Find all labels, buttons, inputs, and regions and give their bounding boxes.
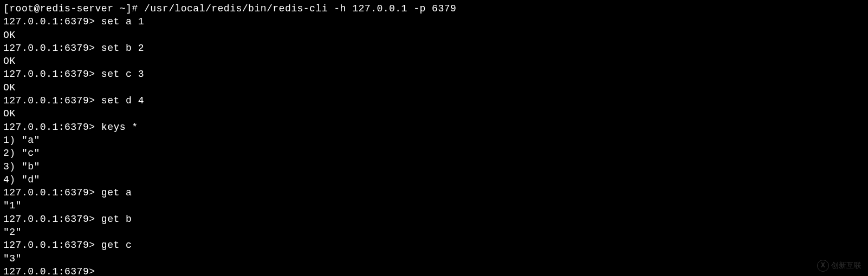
terminal-line: [root@redis-server ~]# /usr/local/redis/…	[3, 2, 865, 15]
terminal-line: 2) "c"	[3, 147, 865, 160]
terminal-line: "1"	[3, 199, 865, 212]
terminal-line: OK	[3, 55, 865, 68]
terminal-line: 4) "d"	[3, 173, 865, 186]
watermark-text: 创新互联	[831, 261, 861, 271]
terminal-line: 127.0.0.1:6379> keys *	[3, 121, 865, 134]
terminal-line: OK	[3, 81, 865, 94]
terminal-output[interactable]: [root@redis-server ~]# /usr/local/redis/…	[3, 2, 865, 276]
terminal-line: 127.0.0.1:6379> set c 3	[3, 68, 865, 81]
terminal-prompt[interactable]: 127.0.0.1:6379>	[3, 265, 865, 276]
terminal-line: "3"	[3, 252, 865, 265]
terminal-line: "2"	[3, 226, 865, 239]
terminal-line: 127.0.0.1:6379> set b 2	[3, 42, 865, 55]
terminal-line: 1) "a"	[3, 134, 865, 147]
terminal-line: 127.0.0.1:6379> get a	[3, 186, 865, 199]
terminal-line: 127.0.0.1:6379> get b	[3, 213, 865, 226]
terminal-line: 127.0.0.1:6379> set d 4	[3, 94, 865, 107]
terminal-line: OK	[3, 29, 865, 42]
watermark: X 创新互联	[817, 260, 861, 272]
terminal-line: 127.0.0.1:6379> set a 1	[3, 15, 865, 28]
terminal-line: OK	[3, 107, 865, 120]
terminal-line: 3) "b"	[3, 160, 865, 173]
watermark-icon: X	[817, 260, 829, 272]
terminal-line: 127.0.0.1:6379> get c	[3, 239, 865, 252]
